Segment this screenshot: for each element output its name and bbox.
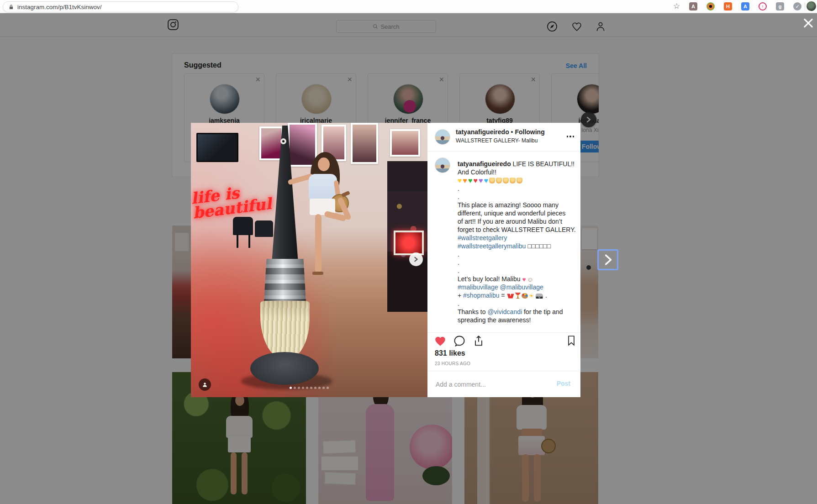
emoji-glyph: ☺ <box>527 276 533 283</box>
caption-line: . <box>458 299 577 308</box>
separator-dot: • <box>511 128 513 136</box>
caption-link[interactable]: #wallstreetgallery <box>458 234 507 242</box>
browser-profile-avatar[interactable] <box>806 1 816 11</box>
carousel-dot <box>302 387 304 389</box>
caption-link[interactable]: #wallstreetgallerymalibu <box>458 242 526 250</box>
caption-scroll-area[interactable]: tatyanafigueiredo LIFE IS BEAUTIFUL!!And… <box>427 152 580 325</box>
caption-link[interactable]: @vividcandi <box>487 308 522 315</box>
clap-emoji <box>496 178 502 184</box>
carousel-dots <box>191 387 427 389</box>
options-menu-icon[interactable] <box>567 136 575 137</box>
photo-chair <box>255 220 273 237</box>
comment-button-icon[interactable] <box>453 335 466 347</box>
carousel-dot <box>322 387 325 389</box>
share-button-icon[interactable] <box>472 335 485 347</box>
photo-chair-leg <box>248 234 250 248</box>
emoji-glyph: ☀ <box>528 293 534 299</box>
post-photo[interactable]: life is beautiful <box>191 123 427 397</box>
heart-emoji: ♥ <box>458 177 462 184</box>
carousel-dot <box>290 387 292 389</box>
caption-line: . <box>458 250 577 258</box>
heart-emoji: ♥ <box>463 177 468 184</box>
photo-person-sandal <box>312 272 323 275</box>
save-bookmark-icon[interactable] <box>565 335 577 346</box>
g-extension-icon[interactable]: g <box>776 2 784 10</box>
caption-line: #malibuvillage @malibuvillage <box>458 283 577 291</box>
caption-line: . <box>458 184 577 193</box>
photo-frame <box>353 125 376 162</box>
photo-brush-pupil <box>282 140 285 142</box>
h-extension-icon[interactable]: H <box>724 2 732 10</box>
heart-emoji: ♥ <box>479 177 483 184</box>
photo-brush-base <box>250 352 319 385</box>
carousel-next-button[interactable] <box>409 252 423 266</box>
caption-line: tatyanafigueiredo LIFE IS BEAUTIFUL!! <box>458 160 577 168</box>
bookmark-star-icon[interactable]: ☆ <box>673 1 680 11</box>
divider <box>427 332 580 333</box>
post-header: tatyanafigueiredo • Following WALLSTREET… <box>427 123 580 152</box>
caption-line: + #shopmalibu = ☀ . <box>458 291 577 299</box>
lock-icon <box>9 4 14 10</box>
close-modal-button[interactable] <box>803 18 814 29</box>
likes-count[interactable]: 831 likes <box>435 349 465 357</box>
adobe-acrobat-extension-icon[interactable]: A <box>689 2 697 10</box>
clap-emoji <box>489 178 495 184</box>
photo-brush-ferrule <box>264 259 306 303</box>
caption-line: This place is amazing! Soooo many <box>458 201 577 209</box>
caption-line: different, unique and wonderful pieces <box>458 209 577 217</box>
neon-sign: life is beautiful <box>191 182 266 220</box>
extension-icons: AHA↑g✓ <box>689 2 801 10</box>
next-post-button[interactable] <box>597 249 618 270</box>
carousel-dot <box>310 387 312 389</box>
caption-link[interactable]: @malibuvillage <box>500 284 543 291</box>
carousel-dot <box>294 387 296 389</box>
address-bar[interactable]: instagram.com/p/B1tvKsinwov/ <box>3 1 238 12</box>
post-detail-panel: tatyanafigueiredo • Following WALLSTREET… <box>427 123 580 397</box>
caption-line: spreading the awareness! <box>458 316 577 324</box>
carousel-dot <box>314 387 316 389</box>
photo-tv <box>196 133 238 162</box>
avatar[interactable] <box>435 129 450 145</box>
carousel-dot <box>298 387 300 389</box>
caption-line: . <box>458 193 577 201</box>
follow-status[interactable]: Following <box>515 128 544 136</box>
carousel-dot <box>318 387 321 389</box>
check-extension-icon[interactable]: ✓ <box>793 2 801 10</box>
post-location[interactable]: WALLSTREET GALLERY- Malibu <box>456 137 538 144</box>
palette-emoji <box>522 293 528 299</box>
comment-row: Post <box>427 371 580 397</box>
browser-chrome: instagram.com/p/B1tvKsinwov/ ☆ AHA↑g✓ <box>0 0 817 13</box>
heart-emoji: ♥ <box>468 177 473 184</box>
arrow-up-extension-icon[interactable]: ↑ <box>759 2 767 10</box>
translate-extension-icon[interactable]: A <box>741 2 749 10</box>
heart-emoji: ♥ <box>484 177 489 184</box>
eye-extension-icon[interactable] <box>706 2 715 10</box>
photo-frame <box>392 131 418 155</box>
caption-line: forget to check WALLSTREET GALLERY. <box>458 226 577 234</box>
caption-link[interactable]: #shopmalibu <box>463 292 499 299</box>
caption-line: . <box>458 267 577 275</box>
heart-emoji: ♥ <box>474 177 478 184</box>
caption-line: And Colorful!! <box>458 168 577 176</box>
caption-line: ♥♥♥♥♥♥ <box>458 176 577 184</box>
car-emoji <box>536 294 543 299</box>
post-username[interactable]: tatyanafigueiredo <box>456 128 509 136</box>
post-username-row: tatyanafigueiredo • Following <box>456 128 545 136</box>
caption-lines: tatyanafigueiredo LIFE IS BEAUTIFUL!!And… <box>458 160 577 324</box>
caption-line: Thanks to @vividcandi for the tip and <box>458 308 577 316</box>
caption-line: #wallstreetgallery <box>458 234 577 242</box>
caption-line: Let’s buy local! Malibu ♥☺ <box>458 275 577 283</box>
caption-username[interactable]: tatyanafigueiredo <box>458 160 511 168</box>
cocktail-emoji <box>515 293 521 299</box>
like-button-icon[interactable] <box>434 335 447 347</box>
post-modal: life is beautiful <box>191 123 580 397</box>
caption-link[interactable]: #malibuvillage <box>458 284 498 291</box>
photo-brush-bristles <box>260 301 310 360</box>
clap-emoji <box>510 178 516 184</box>
comment-input[interactable] <box>435 371 542 398</box>
avatar[interactable] <box>435 158 450 173</box>
photo-person-top <box>309 174 337 200</box>
caption-line: #wallstreetgallerymalibu □□□□□□ <box>458 242 577 250</box>
post-comment-button[interactable]: Post <box>554 379 573 388</box>
photo-frame <box>261 128 281 158</box>
